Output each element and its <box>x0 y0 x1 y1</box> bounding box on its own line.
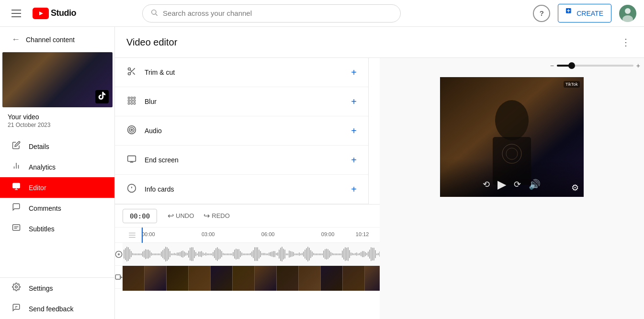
waveform-bar <box>226 253 226 255</box>
waveform-bar <box>246 253 247 255</box>
search-icon <box>150 9 158 18</box>
search-input[interactable] <box>163 9 393 17</box>
create-label: CREATE <box>576 10 603 17</box>
waveform-bar <box>264 253 265 256</box>
waveform-bar <box>310 250 311 258</box>
video-frame <box>321 266 343 291</box>
analytics-icon <box>11 161 21 172</box>
app-header: Studio ? CREATE <box>0 0 644 27</box>
waveform-bar <box>343 249 344 260</box>
waveform-bar <box>305 250 305 258</box>
zoom-in-button[interactable]: + <box>636 62 640 69</box>
svg-point-22 <box>128 68 131 70</box>
blur-add-button[interactable]: + <box>351 96 357 107</box>
tool-info-left: Info cards <box>126 183 174 195</box>
avatar[interactable] <box>619 5 636 22</box>
waveform-bar <box>187 253 188 255</box>
sidebar-item-editor[interactable]: Editor <box>0 177 114 198</box>
svg-point-23 <box>128 73 131 75</box>
waveform-bar <box>361 252 362 256</box>
timeline-ruler: 00:00 03:00 06:00 09:00 10:12 <box>115 228 380 243</box>
forward-10-button[interactable]: ⟳ <box>514 179 521 190</box>
sidebar-item-feedback[interactable]: Send feedback <box>0 298 114 319</box>
waveform-bar <box>317 253 318 255</box>
more-options-button[interactable]: ⋮ <box>619 34 633 50</box>
create-plus-icon <box>566 8 574 18</box>
svg-rect-30 <box>128 100 130 101</box>
waveform-bar <box>205 252 206 256</box>
waveform-bar <box>175 253 176 255</box>
zoom-thumb[interactable] <box>568 62 575 69</box>
waveform-bar <box>131 251 132 257</box>
tool-blur[interactable]: Blur + <box>115 87 368 116</box>
waveform-bar <box>322 253 323 255</box>
waveform-bar <box>135 253 136 255</box>
play-button[interactable]: ▶ <box>497 178 506 191</box>
sidebar: ← Channel content Your video 21 October … <box>0 27 115 319</box>
info-cards-add-button[interactable]: + <box>351 184 357 195</box>
settings-label: Settings <box>29 285 53 292</box>
waveform-bar <box>201 251 202 257</box>
undo-label: UNDO <box>176 212 194 219</box>
zoom-slider[interactable] <box>557 65 633 67</box>
waveform-bar <box>159 253 160 255</box>
tool-trim-left: Trim & cut <box>126 67 175 78</box>
preview-tiktok-watermark: TikTok <box>564 81 580 88</box>
channel-content-link[interactable]: ← Channel content <box>0 27 114 52</box>
sidebar-item-analytics[interactable]: Analytics <box>0 157 114 177</box>
waveform-bar <box>181 251 182 258</box>
blur-label: Blur <box>145 98 157 105</box>
svg-rect-27 <box>128 97 130 99</box>
logo-text: Studio <box>51 8 76 18</box>
back-icon: ← <box>11 34 20 45</box>
waveform-bar <box>355 253 356 256</box>
waveform-bar <box>236 249 237 259</box>
waveform-bar <box>213 252 214 256</box>
waveform-bar <box>342 251 343 257</box>
editor-header: Video editor ⋮ <box>115 27 644 58</box>
analytics-label: Analytics <box>29 163 56 171</box>
trim-add-button[interactable]: + <box>351 67 357 78</box>
waveform-bar <box>269 252 270 256</box>
waveform-bar <box>266 253 267 255</box>
undo-button[interactable]: ↩ UNDO <box>163 208 199 223</box>
volume-button[interactable]: 🔊 <box>529 179 541 190</box>
tool-end-screen[interactable]: End screen + <box>115 146 368 175</box>
waveform-bar <box>188 251 189 258</box>
search-bar[interactable] <box>142 4 401 23</box>
svg-rect-34 <box>131 103 132 104</box>
time-display: 00:00 <box>123 209 157 223</box>
help-button[interactable]: ? <box>533 5 550 22</box>
replay-5-button[interactable]: ⟲ <box>483 179 490 190</box>
waveform-bar <box>274 251 275 257</box>
create-button[interactable]: CREATE <box>558 4 611 23</box>
preview-settings-button[interactable]: ⚙ <box>571 182 579 193</box>
waveform-bar <box>141 253 142 255</box>
waveform-bar <box>208 253 209 255</box>
audio-add-button[interactable]: + <box>351 125 357 137</box>
waveform-bar <box>273 251 274 257</box>
redo-button[interactable]: ↪ REDO <box>199 208 235 223</box>
waveform-bar <box>300 253 301 255</box>
end-screen-add-button[interactable]: + <box>351 155 357 166</box>
logo-link[interactable]: Studio <box>33 8 76 19</box>
waveform-bar <box>345 247 346 261</box>
menu-button[interactable] <box>8 6 25 21</box>
waveform-bar <box>215 248 216 260</box>
svg-rect-31 <box>131 100 132 101</box>
waveform-bar <box>182 251 183 258</box>
sidebar-item-settings[interactable]: Settings <box>0 278 114 298</box>
sidebar-item-subtitles[interactable]: Subtitles <box>0 218 114 239</box>
tool-info-cards[interactable]: Info cards + <box>115 175 368 204</box>
waveform-bar <box>256 247 257 261</box>
zoom-out-button[interactable]: − <box>550 62 554 69</box>
track-labels <box>115 243 123 291</box>
sidebar-item-details[interactable]: Details <box>0 136 114 157</box>
waveform-bar <box>169 251 170 257</box>
svg-rect-32 <box>134 100 135 101</box>
tool-audio[interactable]: Audio + <box>115 116 368 146</box>
waveform-bar <box>249 253 249 255</box>
sidebar-item-comments[interactable]: Comments <box>0 198 114 218</box>
details-icon <box>11 141 21 152</box>
tool-trim-cut[interactable]: Trim & cut + <box>115 58 368 87</box>
